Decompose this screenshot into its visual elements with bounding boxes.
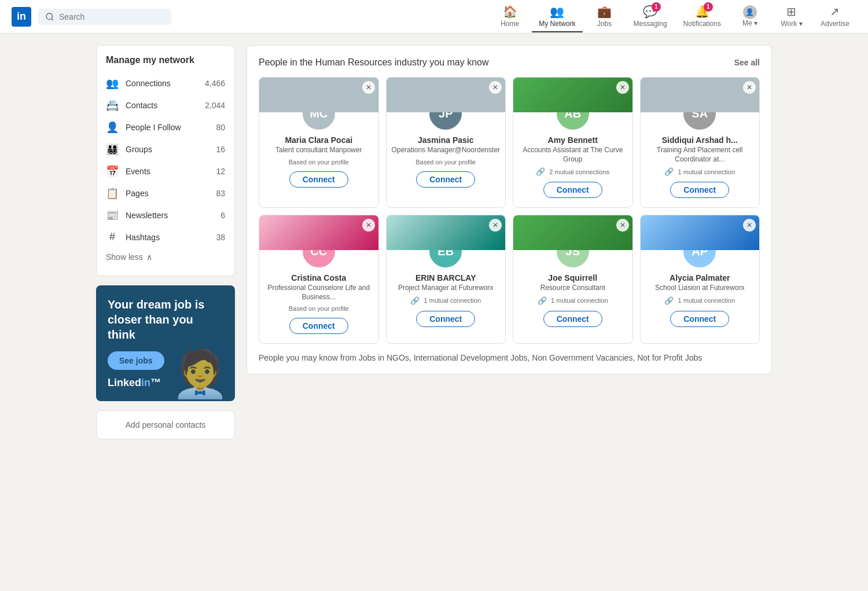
show-less-button[interactable]: Show less ∧ bbox=[97, 248, 234, 266]
sidebar-count-people-i-follow: 80 bbox=[216, 123, 225, 132]
add-personal-contacts[interactable]: Add personal contacts bbox=[96, 410, 235, 439]
person-name: Amy Bennett bbox=[543, 135, 602, 145]
sidebar-label-newsletters: Newsletters bbox=[126, 211, 214, 220]
sidebar-item-hashtags[interactable]: # Hashtags 38 bbox=[97, 226, 234, 248]
dismiss-button[interactable]: ✕ bbox=[362, 81, 375, 94]
connect-button[interactable]: Connect bbox=[416, 311, 475, 327]
nav-item-advertise[interactable]: ↗ Advertise bbox=[814, 1, 856, 32]
person-card-siddiqui-arshad: ✕ SA Siddiqui Arshad h... Training And P… bbox=[640, 77, 760, 208]
jobs-icon: 💼 bbox=[597, 5, 612, 19]
nav-item-jobs[interactable]: 💼 Jobs bbox=[585, 1, 624, 32]
sidebar-item-events[interactable]: 📅 Events 12 bbox=[97, 160, 234, 182]
dismiss-button[interactable]: ✕ bbox=[616, 219, 629, 232]
mutual-icon: 🔗 bbox=[538, 296, 547, 305]
sidebar-count-pages: 83 bbox=[216, 189, 225, 198]
section1-title: People in the Human Resources industry y… bbox=[259, 57, 489, 68]
sidebar-item-contacts[interactable]: 📇 Contacts 2,044 bbox=[97, 94, 234, 116]
person-name: Alycia Palmater bbox=[665, 273, 734, 282]
sidebar-label-contacts: Contacts bbox=[126, 101, 198, 110]
person-title: Training And Placement cell Coordinator … bbox=[641, 145, 760, 165]
ad-text: Your dream job is closer than you think bbox=[108, 297, 223, 342]
me-label: Me ▾ bbox=[742, 19, 757, 27]
dismiss-button[interactable]: ✕ bbox=[743, 219, 756, 232]
layout: Manage my network 👥 Connections 4,466 📇 … bbox=[87, 45, 781, 439]
sidebar-item-groups[interactable]: 👨‍👩‍👧‍👦 Groups 16 bbox=[97, 138, 234, 160]
person-name: Joe Squirrell bbox=[543, 273, 602, 282]
person-reason: Based on your profile bbox=[289, 159, 349, 166]
connect-button[interactable]: Connect bbox=[670, 311, 729, 327]
sidebar-title: Manage my network bbox=[97, 55, 234, 72]
sidebar-icon-connections: 👥 bbox=[106, 77, 119, 90]
dismiss-button[interactable]: ✕ bbox=[362, 219, 375, 232]
person-title: Resource Consultant bbox=[536, 282, 610, 294]
person-title: Accounts Assistant at The Curve Group bbox=[513, 145, 632, 165]
section-header: People in the Human Resources industry y… bbox=[259, 57, 760, 68]
mutual-icon: 🔗 bbox=[664, 167, 674, 176]
sidebar-count-connections: 4,466 bbox=[205, 79, 225, 88]
dismiss-button[interactable]: ✕ bbox=[743, 81, 756, 94]
person-mutual: 🔗 1 mutual connection bbox=[538, 296, 608, 305]
person-card-bg: ✕ bbox=[387, 78, 506, 112]
main-content: People in the Human Resources industry y… bbox=[247, 45, 772, 439]
ad-card: Your dream job is closer than you think … bbox=[96, 285, 235, 401]
nav-item-home[interactable]: 🏠 Home bbox=[490, 1, 529, 32]
connect-button[interactable]: Connect bbox=[416, 171, 475, 188]
sidebar-item-newsletters[interactable]: 📰 Newsletters 6 bbox=[97, 204, 234, 226]
connect-button[interactable]: Connect bbox=[670, 182, 729, 198]
sidebar-count-groups: 16 bbox=[216, 145, 225, 154]
nav-item-work[interactable]: ⊞ Work ▾ bbox=[772, 1, 811, 32]
sidebar-item-connections[interactable]: 👥 Connections 4,466 bbox=[97, 72, 234, 94]
sidebar-item-people-i-follow[interactable]: 👤 People I Follow 80 bbox=[97, 116, 234, 138]
nav-item-me[interactable]: 👤 Me ▾ bbox=[730, 2, 770, 32]
see-all-button[interactable]: See all bbox=[734, 58, 760, 67]
dismiss-button[interactable]: ✕ bbox=[489, 81, 502, 94]
messaging-badge: 1 bbox=[652, 2, 661, 12]
person-title: Talent consultant Manpower bbox=[271, 145, 366, 156]
person-name: Siddiqui Arshad h... bbox=[657, 135, 742, 145]
sidebar-item-pages[interactable]: 📋 Pages 83 bbox=[97, 182, 234, 204]
sidebar-label-people-i-follow: People I Follow bbox=[126, 123, 209, 132]
person-title: Project Manager at Futureworx bbox=[393, 282, 498, 294]
nav-item-notifications[interactable]: 🔔 1 Notifications bbox=[676, 1, 728, 32]
sidebar-icon-contacts: 📇 bbox=[106, 99, 119, 112]
person-card-cristina-costa: ✕ CC Cristina Costa Professional Counsel… bbox=[259, 215, 379, 344]
person-card-bg: ✕ bbox=[259, 215, 378, 250]
dismiss-button[interactable]: ✕ bbox=[616, 81, 629, 94]
manage-network-card: Manage my network 👥 Connections 4,466 📇 … bbox=[96, 45, 235, 276]
see-jobs-button[interactable]: See jobs bbox=[108, 351, 164, 370]
mutual-icon: 🔗 bbox=[664, 296, 674, 305]
dismiss-button[interactable]: ✕ bbox=[489, 219, 502, 232]
sidebar-label-events: Events bbox=[126, 167, 209, 176]
mutual-icon: 🔗 bbox=[410, 296, 420, 305]
person-card-maria-clara-pocai: ✕ MC Maria Clara Pocai Talent consultant… bbox=[259, 77, 379, 208]
person-reason: Based on your profile bbox=[415, 159, 476, 166]
person-name: Cristina Costa bbox=[286, 273, 351, 282]
person-title: Professional Counselore Life and Busines… bbox=[259, 282, 378, 303]
connect-button[interactable]: Connect bbox=[289, 318, 348, 334]
person-card-alycia-palmater: ✕ AP Alycia Palmater School Liasion at F… bbox=[640, 215, 760, 344]
connect-button[interactable]: Connect bbox=[543, 182, 602, 198]
search-icon bbox=[45, 12, 54, 21]
linkedin-logo[interactable]: in bbox=[12, 7, 31, 27]
person-mutual: 🔗 1 mutual connection bbox=[410, 296, 481, 305]
sidebar: Manage my network 👥 Connections 4,466 📇 … bbox=[96, 45, 235, 439]
nav-item-my-network[interactable]: 👥 My Network bbox=[532, 1, 582, 32]
svg-line-1 bbox=[52, 19, 53, 20]
sidebar-count-hashtags: 38 bbox=[216, 233, 225, 242]
nav-items: 🏠 Home 👥 My Network 💼 Jobs 💬 1 Messaging… bbox=[490, 1, 856, 32]
sidebar-count-events: 12 bbox=[216, 167, 225, 176]
connect-button[interactable]: Connect bbox=[543, 311, 602, 327]
person-card-bg: ✕ bbox=[513, 215, 632, 250]
person-card-bg: ✕ bbox=[513, 78, 632, 112]
search-bar[interactable] bbox=[38, 9, 171, 25]
sidebar-count-newsletters: 6 bbox=[220, 211, 225, 220]
my-network-label: My Network bbox=[539, 20, 575, 28]
me-avatar: 👤 bbox=[743, 5, 757, 19]
sidebar-icon-newsletters: 📰 bbox=[106, 209, 119, 222]
person-reason: Based on your profile bbox=[289, 305, 349, 312]
nav-item-messaging[interactable]: 💬 1 Messaging bbox=[627, 1, 674, 32]
connect-button[interactable]: Connect bbox=[289, 171, 348, 188]
search-input[interactable] bbox=[59, 12, 164, 21]
person-title: School Liasion at Futureworx bbox=[650, 282, 749, 294]
sidebar-icon-people-i-follow: 👤 bbox=[106, 121, 119, 134]
